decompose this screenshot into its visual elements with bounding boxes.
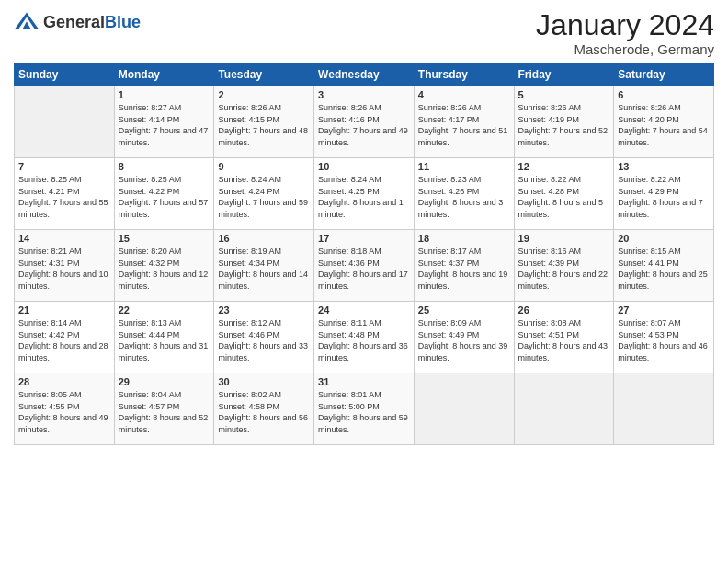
day-info: Sunrise: 8:24 AM Sunset: 4:25 PM Dayligh… (318, 174, 410, 220)
day-info: Sunrise: 8:04 AM Sunset: 4:57 PM Dayligh… (119, 389, 210, 435)
day-number: 31 (318, 376, 410, 387)
cell-4-7: 27Sunrise: 8:07 AM Sunset: 4:53 PM Dayli… (614, 302, 714, 373)
cell-1-6: 5Sunrise: 8:26 AM Sunset: 4:19 PM Daylig… (514, 86, 614, 158)
day-number: 17 (318, 233, 410, 244)
day-number: 7 (18, 161, 110, 172)
day-info: Sunrise: 8:05 AM Sunset: 4:55 PM Dayligh… (18, 389, 110, 435)
day-info: Sunrise: 8:27 AM Sunset: 4:14 PM Dayligh… (119, 102, 210, 148)
day-info: Sunrise: 8:26 AM Sunset: 4:19 PM Dayligh… (518, 102, 610, 148)
day-info: Sunrise: 8:11 AM Sunset: 4:48 PM Dayligh… (318, 317, 410, 363)
day-info: Sunrise: 8:25 AM Sunset: 4:22 PM Dayligh… (119, 174, 210, 220)
day-number: 28 (18, 376, 110, 387)
day-number: 24 (318, 304, 410, 316)
cell-2-4: 10Sunrise: 8:24 AM Sunset: 4:25 PM Dayli… (314, 158, 415, 230)
week-row-3: 14Sunrise: 8:21 AM Sunset: 4:31 PM Dayli… (15, 230, 714, 302)
day-info: Sunrise: 8:12 AM Sunset: 4:46 PM Dayligh… (218, 317, 310, 363)
cell-4-5: 25Sunrise: 8:09 AM Sunset: 4:49 PM Dayli… (414, 302, 514, 373)
week-row-4: 21Sunrise: 8:14 AM Sunset: 4:42 PM Dayli… (15, 302, 714, 373)
day-info: Sunrise: 8:16 AM Sunset: 4:39 PM Dayligh… (518, 246, 610, 292)
cell-1-7: 6Sunrise: 8:26 AM Sunset: 4:20 PM Daylig… (614, 86, 714, 158)
logo-general: General (43, 13, 105, 31)
cell-2-3: 9Sunrise: 8:24 AM Sunset: 4:24 PM Daylig… (214, 158, 314, 230)
day-info: Sunrise: 8:26 AM Sunset: 4:16 PM Dayligh… (318, 102, 410, 148)
logo-icon (14, 9, 40, 35)
day-info: Sunrise: 8:09 AM Sunset: 4:49 PM Dayligh… (418, 317, 510, 363)
day-info: Sunrise: 8:02 AM Sunset: 4:58 PM Dayligh… (218, 389, 310, 435)
header-row: Sunday Monday Tuesday Wednesday Thursday… (15, 63, 714, 86)
day-number: 3 (318, 89, 410, 100)
day-info: Sunrise: 8:17 AM Sunset: 4:37 PM Dayligh… (418, 246, 510, 292)
cell-3-5: 18Sunrise: 8:17 AM Sunset: 4:37 PM Dayli… (414, 230, 514, 302)
logo-text: GeneralBlue (43, 13, 141, 32)
cell-3-1: 14Sunrise: 8:21 AM Sunset: 4:31 PM Dayli… (15, 230, 115, 302)
day-info: Sunrise: 8:24 AM Sunset: 4:24 PM Dayligh… (218, 174, 310, 220)
day-info: Sunrise: 8:26 AM Sunset: 4:15 PM Dayligh… (218, 102, 310, 148)
cell-5-1: 28Sunrise: 8:05 AM Sunset: 4:55 PM Dayli… (15, 373, 115, 445)
col-thursday: Thursday (414, 63, 514, 86)
day-info: Sunrise: 8:19 AM Sunset: 4:34 PM Dayligh… (218, 246, 310, 292)
day-number: 19 (518, 233, 610, 244)
day-number: 25 (418, 304, 510, 316)
col-sunday: Sunday (15, 63, 115, 86)
day-number: 11 (418, 161, 510, 172)
day-info: Sunrise: 8:23 AM Sunset: 4:26 PM Dayligh… (418, 174, 510, 220)
col-wednesday: Wednesday (314, 63, 415, 86)
day-number: 29 (119, 376, 210, 387)
day-info: Sunrise: 8:01 AM Sunset: 5:00 PM Dayligh… (318, 389, 410, 435)
cell-4-2: 22Sunrise: 8:13 AM Sunset: 4:44 PM Dayli… (114, 302, 214, 373)
cell-5-2: 29Sunrise: 8:04 AM Sunset: 4:57 PM Dayli… (114, 373, 214, 445)
cell-3-2: 15Sunrise: 8:20 AM Sunset: 4:32 PM Dayli… (114, 230, 214, 302)
cell-4-4: 24Sunrise: 8:11 AM Sunset: 4:48 PM Dayli… (314, 302, 415, 373)
week-row-1: 1Sunrise: 8:27 AM Sunset: 4:14 PM Daylig… (15, 86, 714, 158)
cell-1-1 (15, 86, 115, 158)
day-info: Sunrise: 8:21 AM Sunset: 4:31 PM Dayligh… (18, 246, 110, 292)
day-number: 5 (518, 89, 610, 100)
week-row-5: 28Sunrise: 8:05 AM Sunset: 4:55 PM Dayli… (15, 373, 714, 445)
day-info: Sunrise: 8:15 AM Sunset: 4:41 PM Dayligh… (618, 246, 710, 292)
day-number: 1 (119, 89, 210, 100)
cell-1-4: 3Sunrise: 8:26 AM Sunset: 4:16 PM Daylig… (314, 86, 415, 158)
day-number: 16 (218, 233, 310, 244)
day-number: 14 (18, 233, 110, 244)
day-number: 6 (618, 89, 710, 100)
day-number: 10 (318, 161, 410, 172)
cell-3-3: 16Sunrise: 8:19 AM Sunset: 4:34 PM Dayli… (214, 230, 314, 302)
day-number: 2 (218, 89, 310, 100)
day-info: Sunrise: 8:08 AM Sunset: 4:51 PM Dayligh… (518, 317, 610, 363)
cell-2-7: 13Sunrise: 8:22 AM Sunset: 4:29 PM Dayli… (614, 158, 714, 230)
cell-3-4: 17Sunrise: 8:18 AM Sunset: 4:36 PM Dayli… (314, 230, 415, 302)
cell-2-2: 8Sunrise: 8:25 AM Sunset: 4:22 PM Daylig… (114, 158, 214, 230)
day-number: 18 (418, 233, 510, 244)
day-number: 8 (119, 161, 210, 172)
calendar-title: January 2024 (536, 9, 714, 41)
day-info: Sunrise: 8:13 AM Sunset: 4:44 PM Dayligh… (119, 317, 210, 363)
cell-1-3: 2Sunrise: 8:26 AM Sunset: 4:15 PM Daylig… (214, 86, 314, 158)
header: GeneralBlue January 2024 Mascherode, Ger… (14, 9, 714, 57)
col-tuesday: Tuesday (214, 63, 314, 86)
title-block: January 2024 Mascherode, Germany (536, 9, 714, 57)
calendar-table: Sunday Monday Tuesday Wednesday Thursday… (14, 63, 714, 445)
cell-2-6: 12Sunrise: 8:22 AM Sunset: 4:28 PM Dayli… (514, 158, 614, 230)
day-number: 26 (518, 304, 610, 316)
cell-1-2: 1Sunrise: 8:27 AM Sunset: 4:14 PM Daylig… (114, 86, 214, 158)
logo-blue: Blue (105, 13, 141, 31)
day-info: Sunrise: 8:18 AM Sunset: 4:36 PM Dayligh… (318, 246, 410, 292)
day-number: 9 (218, 161, 310, 172)
col-monday: Monday (114, 63, 214, 86)
day-number: 22 (119, 304, 210, 316)
day-number: 21 (18, 304, 110, 316)
day-number: 15 (119, 233, 210, 244)
day-number: 4 (418, 89, 510, 100)
day-number: 13 (618, 161, 710, 172)
col-saturday: Saturday (614, 63, 714, 86)
cell-1-5: 4Sunrise: 8:26 AM Sunset: 4:17 PM Daylig… (414, 86, 514, 158)
cell-2-5: 11Sunrise: 8:23 AM Sunset: 4:26 PM Dayli… (414, 158, 514, 230)
week-row-2: 7Sunrise: 8:25 AM Sunset: 4:21 PM Daylig… (15, 158, 714, 230)
day-info: Sunrise: 8:22 AM Sunset: 4:28 PM Dayligh… (518, 174, 610, 220)
day-info: Sunrise: 8:22 AM Sunset: 4:29 PM Dayligh… (618, 174, 710, 220)
cell-4-6: 26Sunrise: 8:08 AM Sunset: 4:51 PM Dayli… (514, 302, 614, 373)
day-info: Sunrise: 8:25 AM Sunset: 4:21 PM Dayligh… (18, 174, 110, 220)
calendar-subtitle: Mascherode, Germany (536, 41, 714, 57)
day-number: 20 (618, 233, 710, 244)
day-info: Sunrise: 8:26 AM Sunset: 4:17 PM Dayligh… (418, 102, 510, 148)
